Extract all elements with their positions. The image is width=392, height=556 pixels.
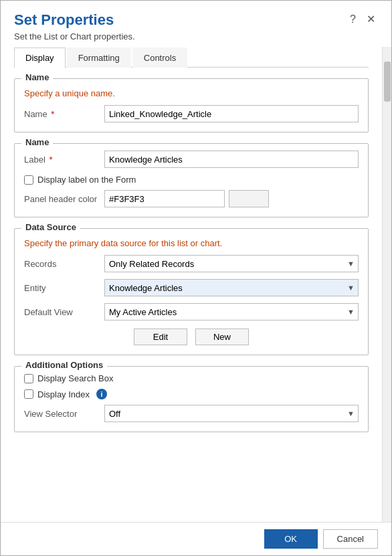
dialog-title-text: Set Properties Set the List or Chart pro… [14,11,135,41]
ok-button[interactable]: OK [264,529,318,549]
label-section: Name Label * Display label on the Form P… [14,143,369,217]
close-icon[interactable]: ✕ [364,11,378,27]
display-index-label: Display Index [37,389,90,399]
label-row: Label * [24,151,359,168]
name-input[interactable] [104,105,359,122]
display-search-box-checkbox[interactable] [24,374,33,383]
display-label-row: Display label on the Form [24,175,359,185]
records-select-wrapper: Only Related Records All Records ▼ [104,255,359,272]
display-label-checkbox[interactable] [24,175,33,185]
entity-row: Entity Knowledge Articles Accounts Conta… [24,279,359,296]
view-selector-row: View Selector Off On Show All Views ▼ [24,405,359,422]
display-search-box-row: Display Search Box [24,373,359,383]
view-selector-wrapper: Off On Show All Views ▼ [104,405,359,422]
default-view-select-wrapper: My Active Articles Active Articles All A… [104,303,359,320]
dialog-title-bar: Set Properties Set the List or Chart pro… [1,1,391,47]
entity-select[interactable]: Knowledge Articles Accounts Contacts [104,279,359,296]
dialog-content: Display Formatting Controls Name Specify… [1,47,382,522]
data-source-legend: Data Source [21,222,80,232]
dialog-footer: OK Cancel [1,522,391,555]
label-label: Label * [24,155,104,165]
data-source-section: Data Source Specify the primary data sou… [14,228,369,355]
scrollbar-area: Display Formatting Controls Name Specify… [1,47,391,522]
tab-bar: Display Formatting Controls [14,47,369,68]
display-search-box-label: Display Search Box [37,373,113,383]
label-required-star: * [49,155,52,165]
data-source-buttons: Edit New [24,329,359,345]
set-properties-dialog: Set Properties Set the List or Chart pro… [0,0,392,556]
cancel-button[interactable]: Cancel [323,529,378,549]
panel-header-row: Panel header color [24,190,359,207]
name-subtitle: Specify a unique name. [24,88,359,98]
display-index-row: Display Index i [24,389,359,399]
additional-options-section: Additional Options Display Search Box Di… [14,366,369,432]
records-select[interactable]: Only Related Records All Records [104,255,359,272]
new-button[interactable]: New [195,329,249,345]
entity-select-wrapper: Knowledge Articles Accounts Contacts ▼ [104,279,359,296]
display-index-checkbox[interactable] [24,389,33,399]
display-label-text: Display label on the Form [37,175,136,185]
color-preview[interactable] [229,190,269,207]
label-legend: Name [21,137,53,147]
records-label: Records [24,259,104,269]
scrollbar-track[interactable] [382,47,391,522]
label-input[interactable] [104,151,359,168]
default-view-row: Default View My Active Articles Active A… [24,303,359,320]
view-selector-select[interactable]: Off On Show All Views [104,405,359,422]
tab-formatting[interactable]: Formatting [67,48,131,68]
scrollbar-thumb[interactable] [384,62,391,102]
default-view-select[interactable]: My Active Articles Active Articles All A… [104,303,359,320]
name-section: Name Specify a unique name. Name * [14,78,369,132]
dialog-title-actions: ? ✕ [347,11,378,27]
data-source-subtitle: Specify the primary data source for this… [24,238,359,248]
tab-display[interactable]: Display [14,48,66,68]
name-label: Name * [24,109,104,119]
panel-header-input[interactable] [104,190,225,207]
dialog-subtitle: Set the List or Chart properties. [14,31,135,41]
name-required-star: * [51,109,54,119]
panel-header-label: Panel header color [24,194,104,204]
edit-button[interactable]: Edit [134,329,187,345]
name-legend: Name [21,72,53,82]
help-icon[interactable]: ? [347,12,359,27]
entity-label: Entity [24,283,104,293]
default-view-label: Default View [24,307,104,317]
tab-controls[interactable]: Controls [132,48,187,68]
name-row: Name * [24,105,359,122]
additional-options-legend: Additional Options [21,360,107,370]
dialog-title: Set Properties [14,11,135,29]
view-selector-label: View Selector [24,409,104,419]
records-row: Records Only Related Records All Records… [24,255,359,272]
display-index-info-icon[interactable]: i [96,389,107,399]
